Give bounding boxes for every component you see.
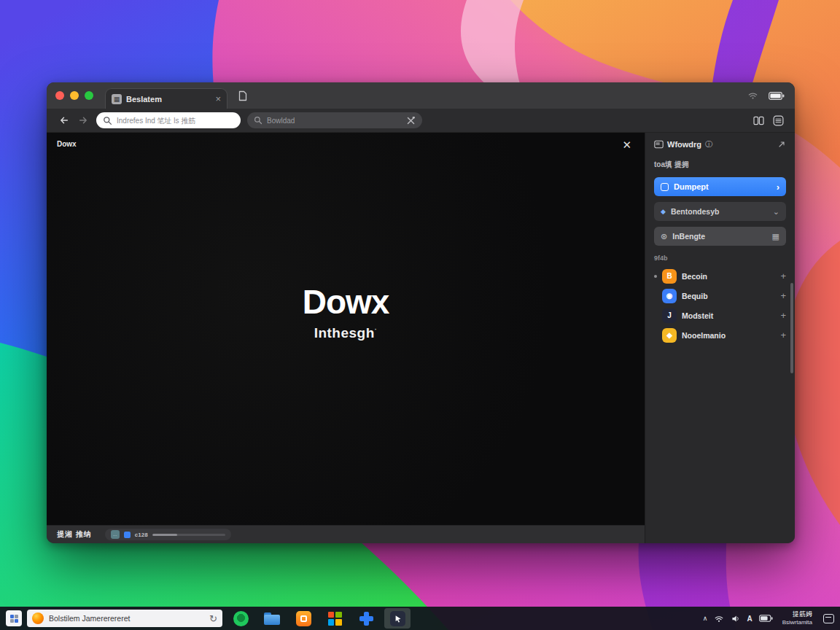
network-dropdown[interactable]: ◆ Bentondesyb ⌄	[654, 202, 786, 221]
page-brand-label: Dowx	[57, 140, 77, 148]
asset-list: B Becoin + ◉ Bequib + J Modsteit +	[654, 266, 786, 345]
start-button[interactable]	[6, 610, 22, 626]
list-item-label: Bequib	[682, 292, 775, 300]
start-icon	[10, 615, 18, 623]
titlebar-status-icons	[747, 82, 785, 109]
circled-asterisk-icon: ⊛	[661, 232, 667, 241]
chevron-right-icon: ›	[777, 182, 779, 192]
logo-subtitle: Inthesgh·	[303, 325, 389, 341]
cursor-app-icon	[390, 611, 405, 626]
list-item-label: Modsteit	[682, 311, 775, 320]
taskbar-app-green[interactable]	[228, 608, 254, 629]
battery-icon	[769, 92, 785, 100]
progress-bar[interactable]	[152, 534, 225, 536]
toggle-row[interactable]: ⊛ InBengte ▦	[654, 227, 786, 246]
wifi-icon	[747, 91, 758, 100]
taskbar-app-orange[interactable]	[290, 608, 316, 629]
search-icon	[103, 116, 112, 125]
taskbar-app-microsoft[interactable]	[322, 608, 348, 629]
split-view-icon[interactable]	[752, 114, 765, 127]
close-window-button[interactable]	[55, 91, 64, 100]
tray-ime-icon[interactable]: A	[747, 615, 752, 623]
panel-icon	[654, 140, 664, 149]
tab-title: Beslatem	[126, 95, 211, 104]
new-tab-icon[interactable]	[238, 90, 247, 104]
add-button[interactable]: +	[780, 271, 786, 281]
system-tray: ∧ A	[703, 614, 773, 623]
primary-action-button[interactable]: Dumpept ›	[654, 177, 786, 196]
search-icon	[254, 116, 262, 125]
firefox-icon	[32, 612, 44, 624]
notification-center-icon[interactable]	[823, 614, 834, 623]
tools-icon[interactable]	[406, 116, 416, 125]
taskbar-search-bar[interactable]: ↻	[27, 610, 222, 627]
status-tile-icon	[124, 532, 131, 538]
forward-icon[interactable]	[77, 114, 90, 127]
minimize-window-button[interactable]	[70, 91, 79, 100]
grid-icon[interactable]: ▦	[772, 232, 779, 241]
status-badge: c128	[135, 532, 148, 538]
add-button[interactable]: +	[780, 291, 786, 300]
sidebar-header: Wfowdrg ⓘ	[654, 139, 786, 149]
add-button[interactable]: +	[780, 330, 786, 340]
back-icon[interactable]	[57, 114, 70, 127]
green-app-icon	[233, 611, 249, 626]
reload-icon[interactable]: ↻	[209, 614, 217, 623]
address-bar[interactable]	[96, 112, 241, 128]
content-column: Dowx ✕ Dowx Inthesgh· 提湘 推纳 … c128	[47, 133, 645, 543]
window-statusbar: 提湘 推纳 … c128	[47, 525, 645, 543]
diamond-icon: ◆	[661, 208, 666, 215]
folder-icon	[264, 612, 280, 625]
list-item[interactable]: ◉ Bequib +	[654, 286, 786, 306]
taskbar-clock[interactable]: 提筋姆 Bsiwrtamlta	[782, 610, 812, 626]
taskbar-search-input[interactable]	[49, 614, 204, 623]
toggle-row-label: InBengte	[672, 232, 766, 241]
secondary-search-bar[interactable]	[247, 112, 422, 128]
browser-window: ▦ Beslatem ×	[47, 82, 795, 543]
active-dot	[654, 275, 657, 278]
menu-icon[interactable]	[771, 114, 785, 127]
right-sidebar: Wfowdrg ⓘ toa填 提拥 Dumpept › ◆ Bentondesy…	[645, 133, 795, 543]
chat-icon[interactable]: …	[111, 530, 120, 539]
tray-volume-icon[interactable]	[731, 614, 740, 623]
list-item[interactable]: J Modsteit +	[654, 306, 786, 325]
close-icon[interactable]: ✕	[622, 139, 631, 152]
browser-tab[interactable]: ▦ Beslatem ×	[105, 88, 228, 109]
info-icon[interactable]: ⓘ	[705, 139, 712, 149]
window-body: Dowx ✕ Dowx Inthesgh· 提湘 推纳 … c128	[47, 133, 795, 543]
token-icon: J	[662, 308, 677, 323]
primary-action-label: Dumpept	[674, 182, 771, 191]
center-logo: Dowx Inthesgh·	[303, 285, 389, 341]
chevron-down-icon: ⌄	[773, 207, 779, 217]
list-item-label: Becoin	[682, 272, 775, 281]
tray-wifi-icon[interactable]	[714, 615, 724, 623]
traffic-lights	[55, 82, 93, 109]
progress-fill	[152, 534, 177, 536]
token-icon: ◆	[662, 328, 677, 343]
zoom-window-button[interactable]	[85, 91, 93, 100]
tray-battery-icon[interactable]	[759, 615, 773, 622]
expand-icon[interactable]	[777, 140, 786, 149]
taskbar-app-plus[interactable]	[353, 608, 379, 629]
sidebar-scrollbar[interactable]	[790, 283, 793, 373]
logo-title: Dowx	[303, 285, 389, 319]
square-icon	[661, 183, 669, 191]
logo-mark: ·	[375, 327, 378, 334]
add-button[interactable]: +	[780, 311, 786, 320]
list-item[interactable]: ◆ Nooelmanio +	[654, 325, 786, 345]
tab-close-icon[interactable]: ×	[215, 94, 221, 104]
taskbar-app-files[interactable]	[259, 608, 285, 629]
taskbar-app-active[interactable]	[384, 608, 411, 629]
sidebar-section-label: toa填 提拥	[654, 160, 786, 170]
clock-time: 提筋姆	[782, 610, 812, 618]
blue-plus-icon	[359, 611, 374, 626]
browser-toolbar	[47, 109, 795, 133]
network-dropdown-label: Bentondesyb	[671, 207, 768, 216]
list-item[interactable]: B Becoin +	[654, 266, 786, 286]
secondary-search-input[interactable]	[267, 117, 402, 125]
tray-chevron-up-icon[interactable]: ∧	[703, 615, 708, 622]
statusbar-widget: … c128	[105, 529, 231, 540]
address-input[interactable]	[117, 117, 234, 125]
orange-app-icon	[296, 611, 311, 626]
page-content: Dowx ✕ Dowx Inthesgh·	[47, 133, 645, 525]
